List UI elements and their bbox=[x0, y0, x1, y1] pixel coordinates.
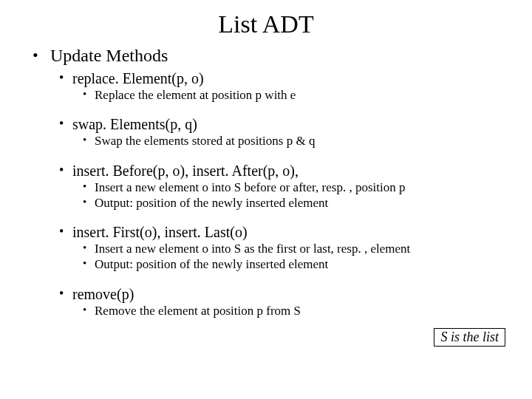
method-name: insert. First(o), insert. Last(o) bbox=[72, 224, 248, 240]
method-details: Swap the elements stored at positions p … bbox=[72, 133, 514, 149]
method-details: Remove the element at position p from S bbox=[72, 303, 514, 318]
method-item: replace. Element(p, o) Replace the eleme… bbox=[50, 70, 514, 103]
methods-list: replace. Element(p, o) Replace the eleme… bbox=[50, 70, 514, 318]
bullet-list-level1: Update Methods replace. Element(p, o) Re… bbox=[18, 46, 514, 318]
method-detail: Insert a new element o into S before or … bbox=[72, 180, 514, 195]
method-details: Insert a new element o into S as the fir… bbox=[72, 241, 514, 273]
method-name: replace. Element(p, o) bbox=[72, 70, 204, 86]
method-item: insert. First(o), insert. Last(o) Insert… bbox=[50, 224, 514, 273]
method-detail: Swap the elements stored at positions p … bbox=[72, 133, 514, 149]
slide-title: List ADT bbox=[18, 10, 514, 38]
method-detail: Replace the element at position p with e bbox=[72, 87, 514, 103]
heading-item: Update Methods replace. Element(p, o) Re… bbox=[18, 46, 514, 318]
note-box: S is the list bbox=[434, 328, 505, 347]
method-name: swap. Elements(p, q) bbox=[72, 116, 197, 132]
method-detail: Insert a new element o into S as the fir… bbox=[72, 241, 514, 256]
method-details: Replace the element at position p with e bbox=[72, 87, 514, 103]
slide: List ADT Update Methods replace. Element… bbox=[0, 0, 532, 399]
method-name: insert. Before(p, o), insert. After(p, o… bbox=[72, 163, 299, 179]
method-item: insert. Before(p, o), insert. After(p, o… bbox=[50, 163, 514, 211]
method-details: Insert a new element o into S before or … bbox=[72, 180, 514, 211]
method-detail: Output: position of the newly inserted e… bbox=[72, 256, 514, 272]
method-name: remove(p) bbox=[72, 286, 134, 302]
heading-text: Update Methods bbox=[50, 46, 168, 65]
method-item: swap. Elements(p, q) Swap the elements s… bbox=[50, 116, 514, 149]
method-item: remove(p) Remove the element at position… bbox=[50, 286, 514, 318]
method-detail: Remove the element at position p from S bbox=[72, 303, 514, 318]
method-detail: Output: position of the newly inserted e… bbox=[72, 195, 514, 211]
